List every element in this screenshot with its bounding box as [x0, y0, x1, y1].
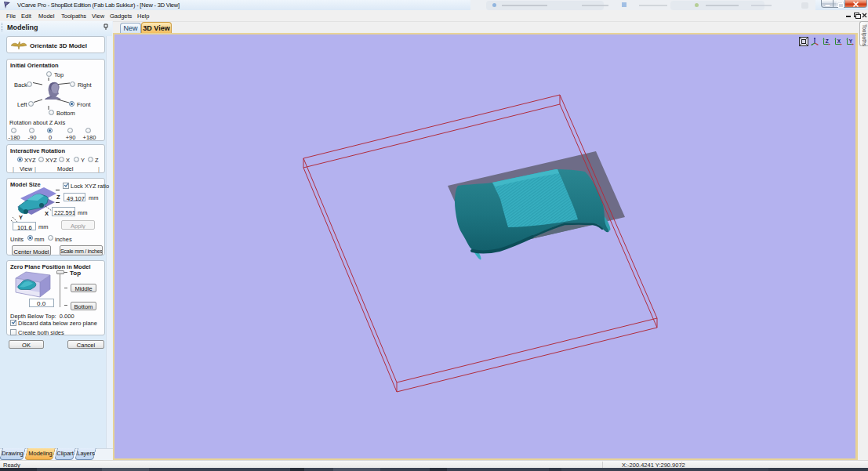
svg-text:Z: Z	[826, 38, 829, 44]
svg-text:Y: Y	[849, 38, 853, 44]
svg-text:X: X	[837, 38, 841, 44]
